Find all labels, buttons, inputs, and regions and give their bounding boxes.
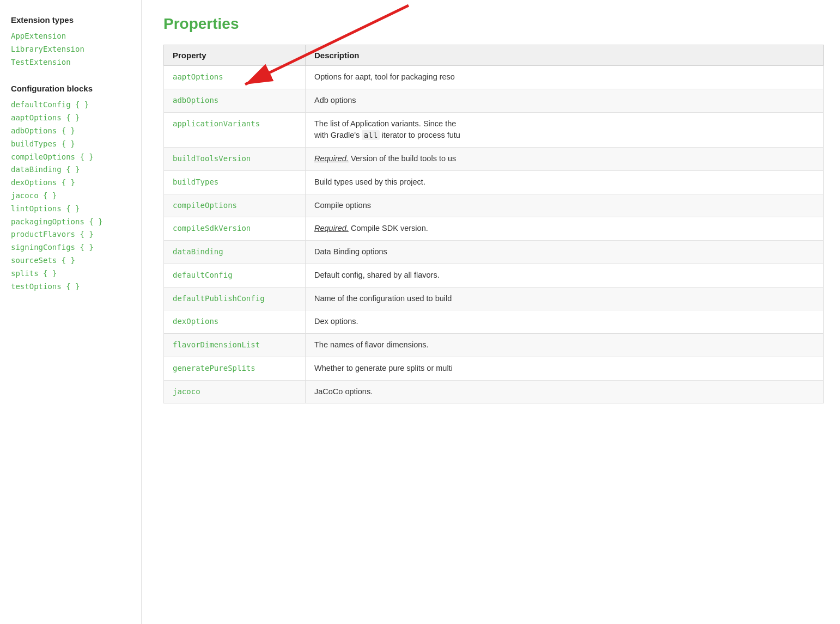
property-description-cell: Dex options. (306, 310, 824, 334)
property-description-cell: Whether to generate pure splits or multi (306, 357, 824, 380)
table-row: buildTypesBuild types used by this proje… (164, 170, 824, 194)
property-description-cell: Data Binding options (306, 241, 824, 264)
property-name-cell[interactable]: generatePureSplits (164, 357, 306, 380)
property-description-cell: The list of Application variants. Since … (306, 112, 824, 148)
sidebar-item-extension[interactable]: AppExtension (11, 30, 130, 43)
sidebar-item-config[interactable]: splits { } (11, 267, 130, 280)
property-description-cell: Options for aapt, tool for packaging res… (306, 66, 824, 89)
property-name: generatePureSplits (173, 364, 255, 372)
sidebar-item-config[interactable]: aaptOptions { } (11, 112, 130, 125)
col-header-property: Property (164, 45, 306, 66)
property-name: compileOptions (173, 201, 237, 210)
property-name-cell[interactable]: compileSdkVersion (164, 217, 306, 241)
sidebar-item-extension[interactable]: LibraryExtension (11, 43, 130, 56)
sidebar-section-title-extensions: Extension types (11, 15, 130, 25)
description-line1: The list of Application variants. Since … (314, 118, 814, 130)
property-name: buildToolsVersion (173, 154, 251, 163)
description-text: Version of the build tools to us (349, 154, 456, 163)
sidebar-item-extension[interactable]: TestExtension (11, 56, 130, 69)
sidebar: Extension types AppExtensionLibraryExten… (0, 0, 142, 624)
sidebar-item-config[interactable]: adbOptions { } (11, 125, 130, 138)
property-description-cell: JaCoCo options. (306, 380, 824, 403)
property-description-cell: Default config, shared by all flavors. (306, 264, 824, 287)
property-name-cell[interactable]: adbOptions (164, 89, 306, 112)
property-name-cell[interactable]: dexOptions (164, 310, 306, 334)
property-name: compileSdkVersion (173, 224, 251, 233)
property-name-cell[interactable]: buildToolsVersion (164, 148, 306, 171)
sidebar-item-config[interactable]: buildTypes { } (11, 138, 130, 151)
property-description-cell: Required. Compile SDK version. (306, 217, 824, 241)
property-name: defaultConfig (173, 271, 233, 279)
sidebar-item-config[interactable]: testOptions { } (11, 280, 130, 293)
page-title: Properties (163, 15, 824, 33)
property-name: jacoco (173, 387, 200, 396)
table-row: flavorDimensionListThe names of flavor d… (164, 334, 824, 357)
main-content: Properties Property Description aaptOpti… (142, 0, 840, 624)
sidebar-item-config[interactable]: compileOptions { } (11, 151, 130, 164)
property-name-cell[interactable]: aaptOptions (164, 66, 306, 89)
extension-types-list: AppExtensionLibraryExtensionTestExtensio… (11, 30, 130, 69)
table-row: aaptOptionsOptions for aapt, tool for pa… (164, 66, 824, 89)
sidebar-item-config[interactable]: packagingOptions { } (11, 216, 130, 229)
description-text: Compile SDK version. (349, 224, 428, 233)
description-line2: with Gradle's all iterator to process fu… (314, 130, 814, 142)
config-blocks-list: defaultConfig { }aaptOptions { }adbOptio… (11, 99, 130, 293)
property-name-cell[interactable]: applicationVariants (164, 112, 306, 148)
property-name-cell[interactable]: dataBinding (164, 241, 306, 264)
property-name: defaultPublishConfig (173, 294, 265, 303)
property-name: dexOptions (173, 317, 218, 326)
property-description-cell: Compile options (306, 194, 824, 217)
table-row: adbOptionsAdb options (164, 89, 824, 112)
sidebar-item-config[interactable]: productFlavors { } (11, 228, 130, 241)
property-name-cell[interactable]: jacoco (164, 380, 306, 403)
property-name-cell[interactable]: flavorDimensionList (164, 334, 306, 357)
table-row: defaultPublishConfigName of the configur… (164, 287, 824, 310)
property-description-cell: Required. Version of the build tools to … (306, 148, 824, 171)
table-row: compileSdkVersionRequired. Compile SDK v… (164, 217, 824, 241)
required-label: Required. (314, 224, 349, 233)
property-name-cell[interactable]: compileOptions (164, 194, 306, 217)
table-row: generatePureSplitsWhether to generate pu… (164, 357, 824, 380)
table-row: dataBindingData Binding options (164, 241, 824, 264)
sidebar-section-title-config: Configuration blocks (11, 84, 130, 93)
property-name: applicationVariants (173, 119, 260, 128)
property-name-cell[interactable]: buildTypes (164, 170, 306, 194)
table-row: dexOptionsDex options. (164, 310, 824, 334)
table-row: defaultConfigDefault config, shared by a… (164, 264, 824, 287)
table-row: jacocoJaCoCo options. (164, 380, 824, 403)
table-row: buildToolsVersionRequired. Version of th… (164, 148, 824, 171)
property-name: dataBinding (173, 247, 223, 256)
property-name: flavorDimensionList (173, 340, 260, 349)
required-label: Required. (314, 154, 349, 163)
sidebar-item-config[interactable]: sourceSets { } (11, 254, 130, 267)
property-description-cell: Adb options (306, 89, 824, 112)
property-name-cell[interactable]: defaultPublishConfig (164, 287, 306, 310)
code-inline: all (362, 130, 379, 140)
table-row: applicationVariantsThe list of Applicati… (164, 112, 824, 148)
property-description-cell: Build types used by this project. (306, 170, 824, 194)
property-description-cell: Name of the configuration used to build (306, 287, 824, 310)
table-row: compileOptionsCompile options (164, 194, 824, 217)
sidebar-item-config[interactable]: dexOptions { } (11, 176, 130, 189)
col-header-description: Description (306, 45, 824, 66)
property-name: buildTypes (173, 178, 218, 186)
property-name: adbOptions (173, 96, 218, 105)
sidebar-item-config[interactable]: signingConfigs { } (11, 241, 130, 254)
sidebar-item-config[interactable]: jacoco { } (11, 189, 130, 203)
property-name-cell[interactable]: defaultConfig (164, 264, 306, 287)
sidebar-item-config[interactable]: defaultConfig { } (11, 99, 130, 112)
property-description-cell: The names of flavor dimensions. (306, 334, 824, 357)
property-name: aaptOptions (173, 72, 223, 81)
sidebar-item-config[interactable]: dataBinding { } (11, 163, 130, 176)
properties-table: Property Description aaptOptionsOptions … (163, 45, 824, 403)
sidebar-item-config[interactable]: lintOptions { } (11, 203, 130, 216)
